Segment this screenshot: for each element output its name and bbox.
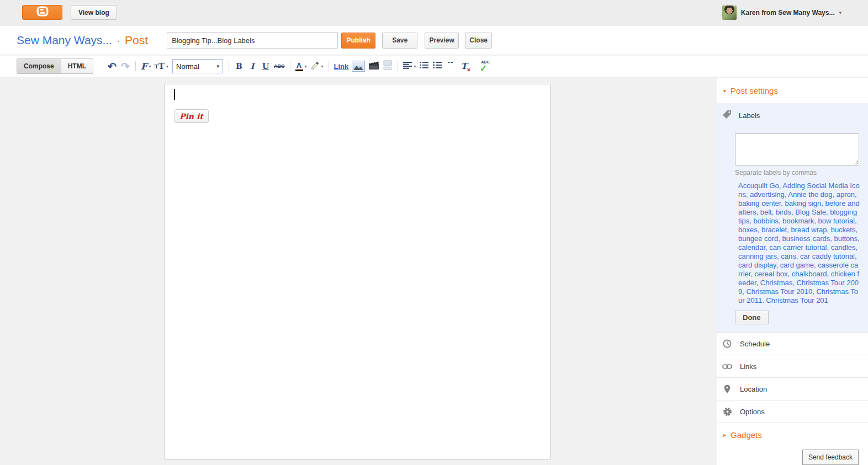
underline-button[interactable]: U	[259, 59, 272, 73]
insert-jump-break-button[interactable]	[381, 59, 394, 73]
page-type-label: Post	[125, 34, 148, 47]
text-color-icon: A	[295, 62, 303, 71]
remove-formatting-icon: T ✕	[461, 61, 467, 71]
bullet-list-button[interactable]	[431, 59, 444, 73]
mode-switch: Compose HTML	[17, 58, 93, 74]
bullet-list-icon	[433, 61, 442, 71]
quote-icon: “	[447, 62, 454, 71]
triangle-down-icon: ▾	[723, 88, 726, 94]
triangle-right-icon: ▸	[723, 432, 726, 438]
user-menu[interactable]: Karen from Sew Many Ways... ▾	[722, 0, 841, 25]
image-icon	[352, 61, 365, 72]
sidebar-item-location[interactable]: Location	[717, 378, 868, 400]
sidebar-item-gadgets[interactable]: ▸ Gadgets	[717, 423, 868, 447]
numbered-list-button[interactable]	[417, 59, 431, 73]
blockquote-button[interactable]: “	[444, 59, 457, 73]
chevron-down-icon: ▾	[414, 64, 416, 69]
toolbar-separator	[329, 61, 329, 71]
labels-input[interactable]	[735, 133, 859, 165]
publish-button[interactable]: Publish	[341, 33, 375, 49]
view-blog-button[interactable]: View blog	[71, 5, 117, 20]
pin-it-button[interactable]: Pin it	[174, 109, 209, 123]
toolbar-separator	[135, 61, 136, 71]
labels-panel: Labels Separate labels by commas Accuqui…	[717, 103, 868, 333]
post-body-editor[interactable]: Pin it	[164, 84, 551, 459]
numbered-list-icon	[420, 61, 428, 71]
insert-link-button[interactable]: Link	[332, 59, 351, 73]
redo-button[interactable]: ↷	[119, 59, 132, 73]
paragraph-format-select[interactable]: Normal ▾	[172, 59, 223, 73]
font-size-button[interactable]: TT ▾	[152, 59, 170, 73]
blogger-logo-button[interactable]	[22, 5, 62, 20]
tag-icon	[722, 110, 732, 121]
gear-icon	[722, 407, 732, 416]
save-button[interactable]: Save	[382, 33, 417, 49]
content-area: Pin it	[0, 78, 717, 465]
user-name: Karen from Sew Many Ways...	[741, 9, 835, 17]
toolbar-separator	[229, 61, 229, 71]
editor-toolbar: Compose HTML ↶ ↷ F ▾ TT ▾ Normal	[0, 56, 868, 77]
chevron-down-icon: ▾	[321, 64, 324, 69]
chevron-down-icon: ▾	[166, 64, 168, 69]
toolbar-separator	[474, 61, 474, 71]
font-icon: F	[141, 61, 147, 72]
chevron-down-icon: ▾	[839, 10, 841, 15]
post-title-input[interactable]	[167, 32, 338, 49]
labels-done-button[interactable]: Done	[735, 311, 769, 324]
bold-button[interactable]: B	[232, 59, 246, 73]
post-settings-header[interactable]: ▾ Post settings	[717, 78, 868, 103]
blogger-post-editor: View blog Karen from Sew Many Ways... ▾ …	[0, 0, 868, 465]
font-family-button[interactable]: F ▾	[139, 59, 152, 73]
blog-name-link[interactable]: Sew Many Ways...	[17, 34, 112, 47]
highlighter-icon	[310, 61, 320, 72]
location-pin-icon	[722, 384, 732, 394]
top-bar: View blog Karen from Sew Many Ways... ▾	[0, 0, 868, 25]
remove-formatting-button[interactable]: T ✕	[457, 59, 470, 73]
strikethrough-button[interactable]: ABC	[272, 59, 287, 73]
alignment-button[interactable]: ▾	[401, 59, 417, 73]
chevron-down-icon: ▾	[217, 63, 220, 69]
sidebar-item-links[interactable]: Links	[717, 355, 868, 378]
spellcheck-icon: ABC ✓	[479, 60, 491, 72]
undo-icon: ↶	[108, 60, 117, 73]
toolbar-separator	[290, 61, 290, 71]
labels-section-header[interactable]: Labels	[722, 110, 860, 121]
chevron-down-icon: ▾	[149, 64, 151, 69]
background-color-button[interactable]: ▾	[309, 59, 325, 73]
compose-tab[interactable]: Compose	[17, 58, 61, 74]
clock-icon	[722, 339, 732, 348]
post-header: Sew Many Ways... · Post Publish Save Pre…	[0, 26, 868, 55]
post-settings-sidebar: ▾ Post settings Labels Separate labels b…	[717, 78, 868, 465]
link-chain-icon	[722, 364, 732, 370]
insert-video-button[interactable]	[367, 59, 381, 73]
send-feedback-button[interactable]: Send feedback	[802, 450, 859, 465]
labels-link-list[interactable]: Accuquilt Go, Adding Social Media Icons,…	[738, 181, 860, 304]
toolbar-separator	[398, 61, 398, 71]
page-break-icon	[383, 60, 393, 72]
avatar	[722, 6, 737, 20]
preview-button[interactable]: Preview	[425, 33, 459, 49]
close-button[interactable]: Close	[465, 33, 492, 49]
italic-button[interactable]: I	[246, 59, 259, 73]
spellcheck-button[interactable]: ABC ✓	[478, 59, 493, 73]
film-clapper-icon	[368, 61, 379, 72]
html-tab[interactable]: HTML	[61, 58, 93, 74]
font-size-icon: T	[154, 63, 158, 70]
separator-dot: ·	[117, 34, 120, 47]
align-left-icon	[403, 61, 412, 71]
chevron-down-icon: ▾	[305, 64, 307, 69]
sidebar-item-options[interactable]: Options	[717, 400, 868, 423]
text-color-button[interactable]: A ▾	[294, 59, 309, 73]
sidebar-item-schedule[interactable]: Schedule	[717, 333, 868, 355]
undo-button[interactable]: ↶	[105, 59, 119, 73]
blogger-logo-icon	[36, 6, 49, 19]
text-cursor	[174, 89, 175, 100]
labels-hint: Separate labels by commas	[735, 169, 860, 177]
insert-image-button[interactable]	[350, 59, 367, 73]
redo-icon: ↷	[121, 60, 130, 73]
